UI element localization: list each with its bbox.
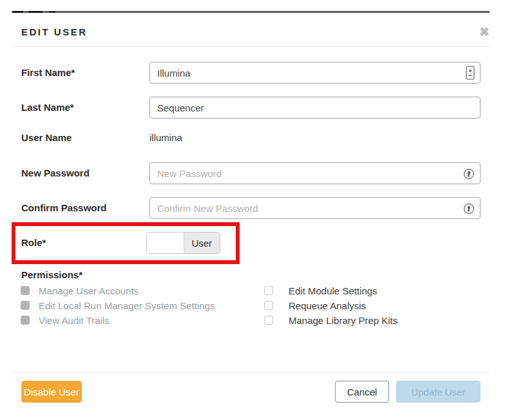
checkbox[interactable] <box>264 301 273 310</box>
first-name-input[interactable] <box>149 62 481 84</box>
modal-window: EDIT USER ✖ First Name* Last Name* User … <box>12 11 490 420</box>
last-name-label: Last Name* <box>21 102 74 113</box>
new-password-input[interactable] <box>149 162 481 184</box>
close-icon[interactable]: ✖ <box>477 24 492 40</box>
cancel-button[interactable]: Cancel <box>335 381 389 403</box>
permissions-heading: Permissions* <box>21 269 82 280</box>
checkbox-disabled <box>21 286 30 295</box>
last-name-input[interactable] <box>149 97 481 119</box>
modal-title: EDIT USER <box>21 26 88 37</box>
user-name-label: User Name <box>21 132 71 143</box>
cropped-content-mark <box>49 11 55 13</box>
role-label: Role* <box>21 237 46 248</box>
autofill-contact-icon[interactable] <box>464 65 477 81</box>
first-name-label: First Name* <box>21 67 75 78</box>
permission-view-audit-trails: View Audit Trails <box>21 314 110 326</box>
role-toggle[interactable]: User <box>146 232 220 254</box>
title-divider <box>12 46 490 47</box>
permission-label: Manage User Accounts <box>39 285 138 296</box>
cropped-content-mark <box>28 11 43 13</box>
new-password-label: New Password <box>21 167 90 178</box>
cropped-content-mark <box>13 11 23 13</box>
permission-label: Edit Local Run Manager System Settings <box>39 300 214 311</box>
permission-edit-lrm-system-settings: Edit Local Run Manager System Settings <box>21 300 214 311</box>
permission-edit-module-settings[interactable]: Edit Module Settings <box>264 285 377 296</box>
user-name-value: illumina <box>149 132 182 143</box>
edit-user-dialog: EDIT USER ✖ First Name* Last Name* User … <box>0 0 505 420</box>
modal-top-border <box>12 11 490 13</box>
update-user-button[interactable]: Update User <box>396 381 481 403</box>
password-key-icon[interactable] <box>462 166 475 182</box>
disable-user-button[interactable]: Disable User <box>21 381 82 403</box>
permission-label: Edit Module Settings <box>289 285 377 296</box>
permission-manage-library-prep-kits[interactable]: Manage Library Prep Kits <box>264 314 397 326</box>
permission-requeue-analysis[interactable]: Requeue Analysis <box>264 300 366 311</box>
permission-manage-user-accounts: Manage User Accounts <box>21 285 138 296</box>
checkbox-disabled <box>21 301 30 310</box>
role-toggle-handle <box>147 233 184 253</box>
footer-divider <box>12 372 490 373</box>
checkbox[interactable] <box>264 316 273 325</box>
confirm-password-label: Confirm Password <box>21 202 107 213</box>
checkbox[interactable] <box>264 286 273 295</box>
confirm-password-input[interactable] <box>149 197 481 219</box>
permission-label: Manage Library Prep Kits <box>289 315 397 326</box>
password-key-icon[interactable] <box>462 201 475 216</box>
checkbox-disabled <box>21 316 30 325</box>
permission-label: Requeue Analysis <box>289 300 366 311</box>
role-toggle-value: User <box>184 233 220 253</box>
permission-label: View Audit Trails <box>39 315 110 326</box>
